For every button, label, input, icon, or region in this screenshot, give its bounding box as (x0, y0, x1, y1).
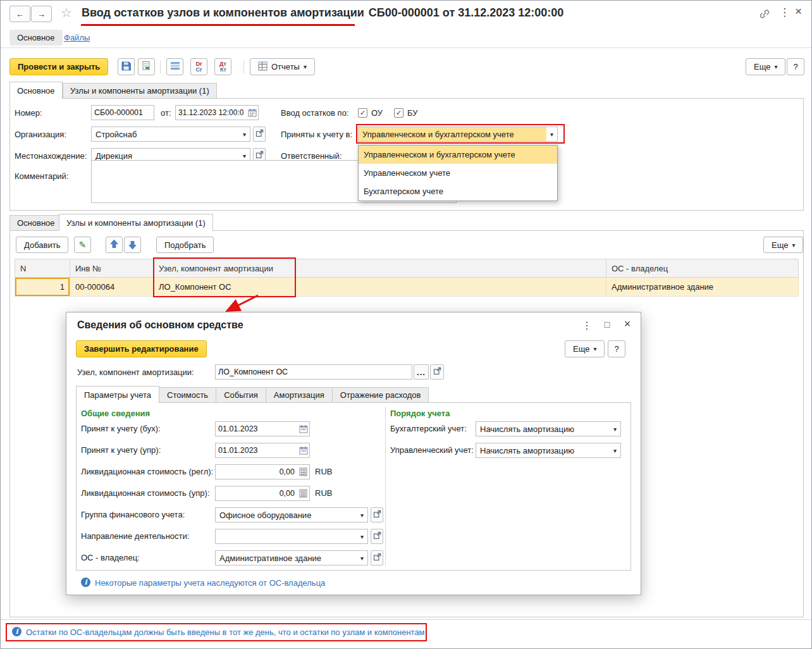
dropdown-option[interactable]: Бухгалтерском учете (359, 182, 557, 201)
back-icon: ← (16, 9, 24, 19)
organization-open-button[interactable] (253, 127, 266, 142)
movements-button[interactable] (166, 58, 183, 75)
edit-button[interactable]: ✎ (74, 237, 91, 253)
owner-combo[interactable]: Административное здание ▾ (215, 550, 368, 566)
calendar-icon[interactable] (246, 106, 258, 120)
calendar-icon[interactable] (297, 443, 309, 457)
comment-label: Комментарий: (15, 171, 69, 181)
accepted-upr-field[interactable] (215, 443, 310, 458)
post-document-button[interactable] (138, 58, 155, 75)
dialog-more-button[interactable]: Еще▾ (565, 340, 605, 357)
finance-group-label: Группа финансового учета: (81, 510, 185, 519)
accepted-buh-field[interactable] (215, 421, 310, 436)
finance-group-combo[interactable]: Офисное оборудование ▾ (215, 507, 368, 522)
calendar-icon[interactable] (297, 422, 309, 436)
number-field[interactable] (91, 105, 154, 120)
header-cell-owner[interactable]: ОС - владелец (606, 259, 799, 278)
tab2-nodes[interactable]: Узлы и компоненты амортизации (1) (59, 214, 213, 231)
post-document-icon (141, 61, 152, 73)
tab-events[interactable]: События (216, 387, 266, 402)
chevron-down-icon[interactable]: ▾ (357, 529, 367, 543)
calculator-icon[interactable] (297, 465, 309, 479)
liquidation-upr-input[interactable] (216, 489, 297, 498)
close-button[interactable]: × (795, 4, 802, 18)
bu-checkbox[interactable]: ✓ (394, 108, 403, 118)
accepted-upr-input[interactable] (216, 446, 297, 455)
tab-main[interactable]: Основное (9, 82, 63, 99)
close-icon: × (624, 318, 631, 331)
table-cell-owner[interactable]: Административное здание (606, 278, 799, 297)
owner-open-button[interactable] (371, 550, 383, 566)
drcr-button[interactable]: DrCr (190, 58, 207, 75)
currency-label: RUB (315, 467, 332, 476)
chevron-down-icon[interactable]: ▾ (610, 422, 620, 436)
activity-combo[interactable]: ▾ (215, 529, 368, 544)
post-and-close-button[interactable]: Провести и закрыть (9, 58, 108, 75)
chevron-down-icon[interactable]: ▾ (239, 127, 250, 141)
chevron-down-icon[interactable]: ▾ (357, 551, 367, 565)
date-field[interactable] (175, 105, 259, 120)
more-button[interactable]: Еще▾ (746, 58, 785, 75)
activity-open-button[interactable] (371, 529, 383, 544)
tab-parameters[interactable]: Параметры учета (76, 386, 159, 403)
chevron-down-icon[interactable]: ▾ (357, 508, 367, 522)
nav-link-files[interactable]: Файлы (64, 33, 90, 42)
node-field[interactable] (215, 364, 412, 380)
chevron-down-icon: ▾ (593, 345, 596, 352)
reports-button[interactable]: Отчеты ▾ (250, 58, 315, 75)
favorite-star-icon[interactable]: ☆ (61, 5, 72, 20)
tab-nodes[interactable]: Узлы и компоненты амортизации (1) (63, 83, 217, 98)
node-input[interactable] (216, 368, 412, 376)
liquidation-reg-field[interactable] (215, 464, 310, 479)
tab-cost[interactable]: Стоимость (159, 387, 216, 402)
tab2-main[interactable]: Основное (9, 215, 63, 230)
dropdown-option[interactable]: Управленческом учете (359, 164, 557, 182)
organization-combo[interactable]: Стройснаб ▾ (91, 127, 250, 142)
finish-editing-button[interactable]: Завершить редактирование (76, 340, 207, 357)
date-input[interactable] (176, 108, 246, 117)
chevron-down-icon[interactable]: ▾ (546, 127, 557, 141)
kebab-menu-button[interactable]: ⋮ (779, 6, 790, 19)
grid-more-button[interactable]: Еще▾ (763, 237, 803, 253)
liquidation-upr-field[interactable] (215, 486, 310, 501)
ou-checkbox[interactable]: ✓ (358, 108, 367, 118)
app-window: ← → ☆ Ввод остатков узлов и компонентов … (0, 0, 812, 649)
accepted-buh-input[interactable] (216, 424, 297, 433)
move-down-button[interactable] (124, 237, 141, 253)
choose-button[interactable]: ... (414, 364, 429, 380)
dialog-close-button[interactable]: × (620, 318, 634, 330)
dialog-help-button[interactable]: ? (608, 340, 625, 357)
tab-expenses[interactable]: Отражение расходов (332, 387, 429, 402)
dialog-maximize-button[interactable]: □ (600, 318, 614, 331)
add-button[interactable]: Добавить (16, 237, 68, 253)
management-order-combo[interactable]: Начислять амортизацию ▾ (476, 443, 621, 458)
number-input[interactable] (92, 108, 154, 117)
save-button[interactable] (118, 58, 135, 75)
dropdown-option[interactable]: Управленческом и бухгалтерском учете (359, 145, 557, 164)
table-cell-inv[interactable]: 00-000064 (70, 278, 154, 297)
dtkt-button[interactable]: ДтКт (214, 58, 231, 75)
node-open-button[interactable] (430, 364, 444, 380)
header-cell-inv[interactable]: Инв № (70, 259, 154, 278)
calculator-icon[interactable] (297, 486, 309, 500)
link-icon[interactable] (758, 8, 771, 22)
pick-button[interactable]: Подобрать (156, 237, 214, 253)
table-cell-n[interactable]: 1 (15, 278, 70, 297)
ou-label: ОУ (371, 108, 383, 118)
table-cell-node[interactable]: ЛО_Компонент ОС (154, 278, 606, 297)
header-cell-node[interactable]: Узел, компонент амортизации (154, 259, 606, 278)
accepted-combo[interactable]: Управленческом и бухгалтерском учете ▾ (358, 127, 558, 142)
move-up-button[interactable] (106, 237, 123, 253)
tab-depreciation[interactable]: Амортизация (266, 387, 333, 402)
back-button[interactable]: ← (9, 6, 30, 22)
header-cell-n[interactable]: N (15, 259, 70, 278)
reports-label: Отчеты (271, 62, 300, 71)
forward-button[interactable]: → (31, 6, 52, 22)
bookkeeping-order-combo[interactable]: Начислять амортизацию ▾ (476, 421, 621, 436)
help-button[interactable]: ? (787, 58, 804, 75)
chevron-down-icon[interactable]: ▾ (610, 443, 620, 457)
finance-group-open-button[interactable] (371, 507, 383, 522)
liquidation-reg-input[interactable] (216, 467, 297, 476)
nav-tab-main[interactable]: Основное (9, 30, 63, 46)
dialog-kebab-button[interactable]: ⋮ (580, 319, 594, 331)
